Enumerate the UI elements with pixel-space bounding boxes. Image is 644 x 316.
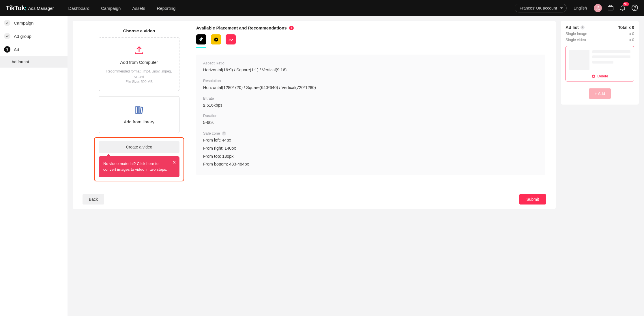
step-adgroup[interactable]: Ad group [0, 29, 68, 43]
adlist-title: Ad list ? [566, 25, 585, 30]
line-placeholder [592, 50, 630, 53]
step-number: 3 [4, 46, 10, 53]
help-icon[interactable]: ? [222, 131, 226, 135]
help-icon[interactable] [631, 4, 638, 12]
adlist-total: Total x 0 [618, 25, 634, 30]
step-label: Campaign [14, 21, 33, 25]
svg-rect-3 [136, 107, 138, 114]
active-indicator [196, 47, 206, 48]
choose-video-title: Choose a video [123, 21, 155, 37]
step-ad[interactable]: 3 Ad [0, 43, 68, 56]
close-icon[interactable]: ✕ [172, 159, 176, 166]
add-button[interactable]: + Add [589, 88, 611, 99]
library-icon [105, 105, 173, 116]
help-icon[interactable]: ? [581, 25, 585, 29]
thumbnail-placeholder [569, 50, 589, 70]
ad-list-panel: Ad list ? Total x 0 Single imagex 0 Sing… [561, 21, 639, 105]
choose-video-column: Choose a video Add from Computer Recomme… [90, 21, 188, 188]
placement-tiktok[interactable] [196, 34, 206, 44]
add-from-computer-card[interactable]: Add from Computer Recommended format: .m… [99, 37, 179, 91]
upload-hint: Recommended format: .mp4, .mov, .mpeg, o… [105, 69, 173, 84]
nav-assets[interactable]: Assets [132, 6, 145, 11]
spec-duration-value: 5-60s [203, 120, 538, 126]
step-campaign[interactable]: Campaign [0, 16, 68, 29]
svg-rect-0 [608, 6, 613, 10]
svg-rect-4 [138, 107, 140, 114]
placement-title: Available Placement and Recommendations … [196, 25, 545, 30]
logo[interactable]: TikTok: Ads Manager [6, 4, 54, 12]
check-icon [4, 20, 10, 26]
create-video-highlight: Create a video No video material? Click … [94, 137, 184, 181]
spec-bitrate-value: ≥ 516kbps [203, 102, 538, 109]
main-area: Choose a video Add from Computer Recomme… [68, 16, 644, 316]
notif-badge: 9+ [623, 2, 629, 6]
spec-res-label: Resolution [203, 79, 538, 83]
library-title: Add from library [105, 119, 173, 124]
tooltip-text: No video material? Click here to convert… [103, 161, 167, 172]
upload-icon [105, 45, 173, 56]
nav-reporting[interactable]: Reporting [157, 6, 175, 11]
create-video-tooltip: No video material? Click here to convert… [99, 156, 179, 177]
brand-sub: Ads Manager [28, 6, 54, 11]
line-placeholder [592, 61, 613, 64]
footer-buttons: Back Submit [73, 188, 556, 209]
spec-duration-label: Duration [203, 114, 538, 118]
spec-bitrate-label: Bitrate [203, 96, 538, 101]
spec-safezone-label: Safe zone ? [203, 131, 538, 135]
brand-wordmark: TikTok: [6, 4, 26, 12]
step-label: Ad group [14, 34, 31, 39]
language-select[interactable]: English [574, 6, 587, 10]
spec-sz-top: From top: 130px [203, 153, 538, 160]
placement-app2[interactable] [211, 34, 221, 44]
spec-panel: Aspect Ratio Horizontal(16:9) / Square(1… [196, 55, 545, 175]
add-from-library-card[interactable]: Add from library [99, 96, 179, 133]
substep-adformat[interactable]: Ad format [0, 56, 68, 68]
upload-title: Add from Computer [105, 60, 173, 65]
svg-point-2 [634, 9, 635, 10]
check-icon [4, 33, 10, 39]
nav-campaign[interactable]: Campaign [101, 6, 121, 11]
spec-aspect-value: Horizontal(16:9) / Square(1:1) / Vertica… [203, 67, 538, 73]
adlist-row-video: Single videox 0 [566, 38, 634, 42]
steps-sidebar: Campaign Ad group 3 Ad Ad format [0, 16, 68, 316]
submit-button[interactable]: Submit [519, 194, 546, 205]
adlist-skeleton [569, 50, 630, 70]
spec-sz-bottom: From bottom: 483-484px [203, 161, 538, 168]
spec-aspect-label: Aspect Ratio [203, 61, 538, 65]
account-select-value: Frances' UK account [520, 6, 557, 10]
adlist-row-image: Single imagex 0 [566, 31, 634, 36]
create-video-button[interactable]: Create a video [99, 141, 179, 153]
step-label: Ad [14, 47, 19, 52]
briefcase-icon[interactable] [607, 4, 614, 12]
back-button[interactable]: Back [83, 194, 104, 205]
top-header: TikTok: Ads Manager Dashboard Campaign A… [0, 0, 644, 16]
delete-button[interactable]: Delete [569, 74, 630, 78]
account-select[interactable]: Frances' UK account [515, 4, 567, 12]
substep-label: Ad format [12, 60, 29, 64]
placement-column: Available Placement and Recommendations … [196, 21, 556, 188]
line-placeholder [592, 55, 630, 58]
trash-icon [591, 74, 596, 78]
adlist-item-card[interactable]: Delete [566, 46, 634, 81]
spec-res-value: Horizontal(1280*720) / Square(640*640) /… [203, 85, 538, 91]
svg-rect-5 [140, 107, 143, 114]
info-icon[interactable]: i [289, 26, 294, 30]
avatar[interactable]: 范 [594, 4, 602, 12]
placement-app-icons [196, 34, 545, 48]
spec-sz-right: From right: 140px [203, 145, 538, 152]
placement-app3[interactable] [226, 34, 236, 44]
spec-sz-left: From left: 44px [203, 137, 538, 144]
bell-icon[interactable]: 9+ [619, 4, 626, 12]
nav-dashboard[interactable]: Dashboard [68, 6, 89, 11]
